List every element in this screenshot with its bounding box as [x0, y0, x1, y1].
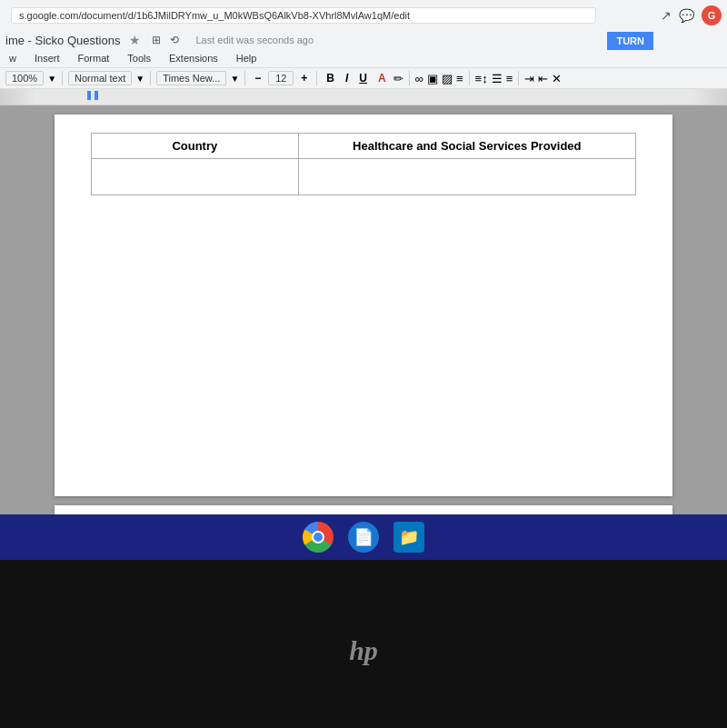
- page-1: Country Healthcare and Social Services P…: [55, 115, 672, 496]
- link-icon[interactable]: ∞: [415, 72, 423, 85]
- font-size-decrease[interactable]: −: [251, 71, 264, 85]
- separator-5: [409, 71, 410, 85]
- line-spacing-icon[interactable]: ≡↕: [475, 72, 488, 85]
- list-ol-icon[interactable]: ≡: [506, 72, 513, 85]
- doc-title-text: ime - Sicko Questions: [5, 34, 120, 47]
- chevron-down-icon[interactable]: ▼: [47, 74, 56, 84]
- comment-icon[interactable]: ▣: [427, 72, 438, 85]
- hp-logo: hp: [349, 635, 378, 666]
- chat-icon[interactable]: 💬: [679, 8, 694, 23]
- doc-title-bar: ime - Sicko Questions ★ ⊞ ⟲ Last edit wa…: [0, 31, 727, 49]
- share-icon[interactable]: ⟲: [170, 34, 179, 46]
- table-row: [92, 159, 636, 195]
- color-button[interactable]: A: [374, 71, 390, 85]
- grid-icon[interactable]: ⊞: [152, 34, 161, 46]
- address-bar[interactable]: s.google.com/document/d/1b6JMilDRYmw_u_M…: [11, 7, 596, 24]
- separator-1: [62, 71, 63, 85]
- last-edit-text: Last edit was seconds ago: [195, 35, 314, 45]
- separator-2: [150, 71, 151, 85]
- table-header-row: Country Healthcare and Social Services P…: [92, 134, 636, 159]
- chrome-taskbar-icon[interactable]: [303, 522, 334, 553]
- bold-button[interactable]: B: [323, 71, 338, 85]
- clear-format-icon[interactable]: ✕: [552, 72, 562, 85]
- italic-button[interactable]: I: [342, 71, 352, 85]
- style-selector[interactable]: Normal text: [68, 71, 132, 85]
- align-icon[interactable]: ≡: [456, 72, 463, 85]
- menu-item-view[interactable]: w: [5, 51, 20, 65]
- separator-3: [244, 71, 245, 85]
- taskbar: 📄 📁: [0, 514, 727, 560]
- menu-bar: w Insert Format Tools Extensions Help: [0, 49, 727, 67]
- font-selector[interactable]: Times New...: [156, 71, 226, 85]
- indent-icon[interactable]: ⇥: [524, 72, 534, 85]
- toolbar: 100% ▼ Normal text ▼ Times New... ▼ − 12…: [0, 67, 727, 89]
- chevron-down-icon-2[interactable]: ▼: [135, 74, 144, 84]
- zoom-selector[interactable]: 100%: [5, 71, 44, 85]
- folder-taskbar-icon[interactable]: 📁: [393, 522, 424, 553]
- page-2: United States Canada France Great Britai…: [55, 505, 672, 514]
- underline-button[interactable]: U: [355, 71, 371, 85]
- laptop-bezel: hp: [0, 560, 727, 728]
- separator-7: [518, 71, 519, 85]
- menu-item-extensions[interactable]: Extensions: [165, 51, 222, 65]
- menu-item-tools[interactable]: Tools: [124, 51, 154, 65]
- menu-item-format[interactable]: Format: [74, 51, 113, 65]
- services-cell-empty[interactable]: [298, 159, 635, 195]
- menu-item-insert[interactable]: Insert: [31, 51, 64, 65]
- image-icon[interactable]: ▨: [442, 72, 453, 85]
- avatar[interactable]: G: [702, 5, 722, 25]
- services-header: Healthcare and Social Services Provided: [298, 134, 635, 159]
- chevron-down-icon-3[interactable]: ▼: [230, 74, 239, 84]
- country-header: Country: [92, 134, 299, 159]
- separator-4: [316, 71, 317, 85]
- chart-icon[interactable]: ↗: [661, 8, 672, 23]
- highlight-icon[interactable]: ✏: [393, 72, 403, 85]
- files-taskbar-icon[interactable]: 📄: [348, 522, 379, 553]
- browser-chrome: s.google.com/document/d/1b6JMilDRYmw_u_M…: [0, 0, 727, 105]
- menu-item-help[interactable]: Help: [233, 51, 261, 65]
- document-area: Country Healthcare and Social Services P…: [0, 105, 727, 514]
- list-icon[interactable]: ☰: [492, 72, 503, 85]
- font-size-increase[interactable]: +: [297, 71, 311, 85]
- star-icon[interactable]: ★: [129, 33, 141, 47]
- country-cell-empty[interactable]: [92, 159, 299, 195]
- indent-less-icon[interactable]: ⇤: [538, 72, 548, 85]
- header-table: Country Healthcare and Social Services P…: [91, 133, 636, 195]
- font-size-input[interactable]: 12: [268, 71, 294, 85]
- separator-6: [469, 71, 470, 85]
- ruler: [0, 89, 727, 105]
